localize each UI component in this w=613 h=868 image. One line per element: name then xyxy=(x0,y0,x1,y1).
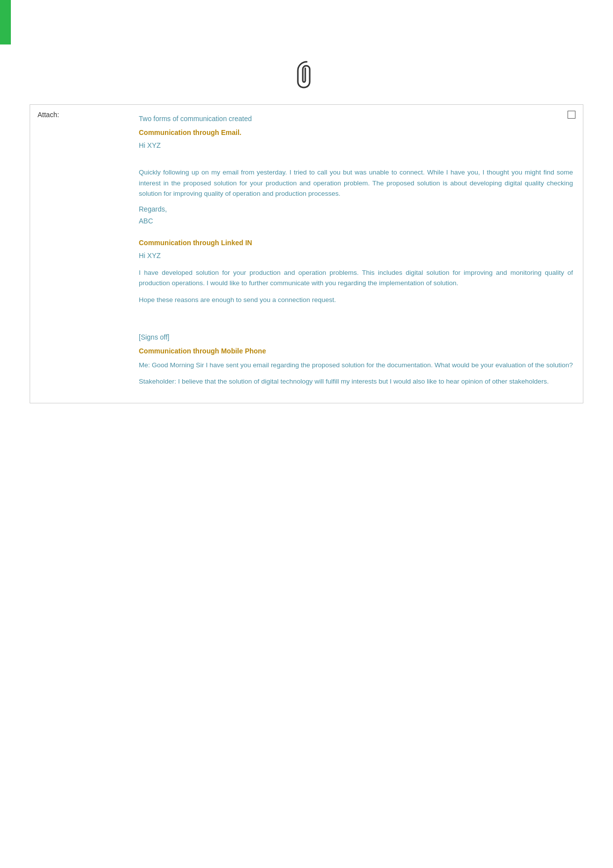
attach-label: Attach: xyxy=(38,111,59,119)
paperclip-icon xyxy=(294,59,319,94)
linkedin-greeting: Hi XYZ xyxy=(139,252,573,260)
mobile-me-para: Me: Good Morning Sir I have sent you ema… xyxy=(139,360,573,371)
green-accent-bar xyxy=(0,0,11,44)
email-body-para1: Quickly following up on my email from ye… xyxy=(139,167,573,199)
linkedin-body-para2: Hope these reasons are enough to send yo… xyxy=(139,295,573,305)
email-greeting: Hi XYZ xyxy=(139,141,573,149)
paperclip-area xyxy=(30,59,583,94)
email-regards: Regards, xyxy=(139,205,573,213)
email-abc: ABC xyxy=(139,217,573,225)
mobile-section-heading: Communication through Mobile Phone xyxy=(139,347,573,355)
linkedin-body-para1: I have developed solution for your produ… xyxy=(139,267,573,289)
linkedin-section-heading: Communication through Linked IN xyxy=(139,239,573,247)
subtitle-line: Two forms of communication created xyxy=(139,115,573,123)
document-box: Attach: Two forms of communication creat… xyxy=(30,104,583,403)
checkbox-corner[interactable] xyxy=(568,111,575,119)
email-section-heading: Communication through Email. xyxy=(139,129,573,136)
linkedin-signs-off: [Signs off] xyxy=(139,333,573,341)
mobile-stakeholder-para: Stakeholder: I believe that the solution… xyxy=(139,376,573,387)
content-area: Two forms of communication created Commu… xyxy=(139,115,573,387)
